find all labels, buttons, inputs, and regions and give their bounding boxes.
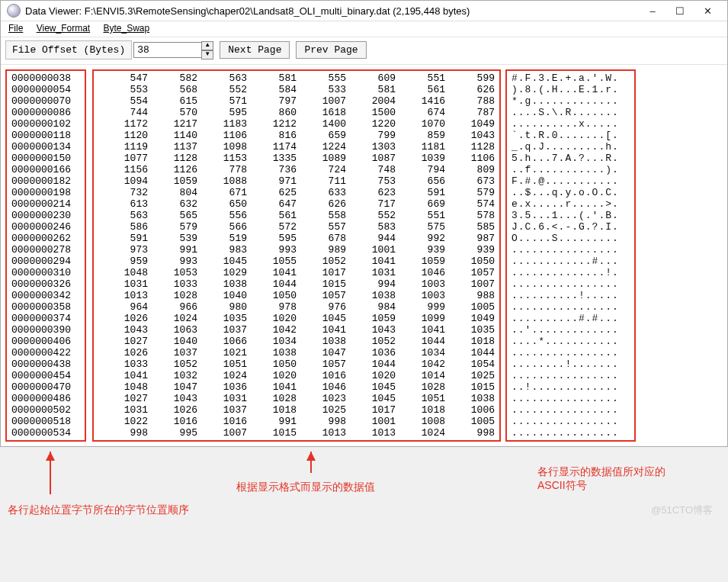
- ascii-row: e.x.....r.....>.: [512, 198, 630, 210]
- value-row: 10271043103110281023104510511038: [98, 393, 495, 404]
- value-row: 1013102810401050105710381003988: [98, 290, 495, 301]
- spin-down[interactable]: ▼: [201, 50, 213, 59]
- value-row: 102210161016991998100110081005: [98, 416, 495, 427]
- ascii-row: ..........x.....: [512, 118, 630, 130]
- svg-marker-1: [46, 452, 55, 461]
- offset-cell: 0000000358: [11, 301, 80, 313]
- value-row: 563565556561558552551578: [98, 210, 495, 221]
- menu-byte-swap[interactable]: Byte_Swap: [104, 23, 150, 34]
- arrow-left-icon: [44, 452, 59, 500]
- arrow-middle-icon: [305, 452, 320, 477]
- ascii-row: ..........!.....: [512, 290, 630, 301]
- offset-cell: 0000000470: [11, 381, 80, 393]
- menu-view-format[interactable]: View_Format: [37, 23, 90, 34]
- offset-cell: 0000000390: [11, 324, 80, 336]
- offset-cell: 0000000054: [11, 84, 80, 95]
- value-row: 10311026103710181025101710181006: [98, 404, 495, 416]
- ascii-row: ................: [512, 244, 630, 256]
- value-row: 11191137109811741224130311811128: [98, 141, 495, 153]
- offset-cell: 0000000454: [11, 370, 80, 381]
- menu-file[interactable]: File: [8, 23, 23, 34]
- ascii-row: 5.h...7.A.?...R.: [512, 153, 630, 164]
- value-row: 10261037102110381047103610341044: [98, 347, 495, 359]
- titlebar: Data Viewer: F:\ENVI5.3\RemoteSensing\ch…: [1, 1, 727, 21]
- svg-marker-3: [306, 452, 316, 461]
- value-row: 109410591088971711753656673: [98, 175, 495, 187]
- offset-cell: 0000000070: [11, 95, 80, 107]
- offset-cell: 0000000486: [11, 393, 80, 404]
- value-row: 591539519595678944992987: [98, 233, 495, 244]
- value-row: 959993104510551052104110591050: [98, 256, 495, 267]
- annotation-values-label: 根据显示格式而显示的数据值: [236, 481, 375, 494]
- ascii-row: ................: [512, 278, 630, 290]
- ascii-row: ..!.............: [512, 381, 630, 393]
- file-offset-label: File Offset (Bytes): [5, 40, 132, 59]
- maximize-button[interactable]: ☐: [666, 5, 694, 17]
- ascii-row: ..........#.#...: [512, 313, 630, 324]
- offset-cell: 0000000534: [11, 427, 80, 439]
- value-row: 10411032102410201016102010141025: [98, 370, 495, 381]
- value-row: 74457059586016181500674787: [98, 107, 495, 118]
- ascii-row: #.F.3.E.+.a.'.W.: [512, 72, 630, 84]
- offset-cell: 0000000102: [11, 118, 80, 130]
- value-row: 11561126778736724748794809: [98, 164, 495, 175]
- file-offset-input[interactable]: [133, 42, 202, 58]
- app-icon: [7, 4, 21, 18]
- spin-up[interactable]: ▲: [201, 41, 213, 50]
- menubar: File View_Format Byte_Swap: [1, 21, 727, 37]
- close-button[interactable]: ✕: [694, 5, 721, 17]
- offset-cell: 0000000326: [11, 278, 80, 290]
- value-row: 10261024103510201045105910991049: [98, 313, 495, 324]
- ascii-row: ..$...q.y.o.O.C.: [512, 187, 630, 198]
- offset-cell: 0000000134: [11, 141, 80, 153]
- value-row: 10431063103710421041104310411035: [98, 324, 495, 336]
- annotation-overlay: 各行起始位置字节所在的字节位置顺序 根据显示格式而显示的数据值 各行显示的数据值…: [0, 452, 728, 528]
- ascii-row: ............#...: [512, 256, 630, 267]
- vertical-scrollbar[interactable]: [710, 69, 723, 442]
- window-controls: – ☐ ✕: [639, 5, 721, 17]
- value-row: 1031103310381044101599410031007: [98, 278, 495, 290]
- ascii-row: ................: [512, 370, 630, 381]
- ascii-row: ................: [512, 347, 630, 359]
- offset-cell: 0000000262: [11, 233, 80, 244]
- minimize-button[interactable]: –: [639, 5, 666, 17]
- value-row: 613632650647626717669574: [98, 198, 495, 210]
- offset-cell: 0000000118: [11, 130, 80, 141]
- prev-page-button[interactable]: Prev Page: [296, 41, 366, 59]
- value-row: 732804671625633623591579: [98, 187, 495, 198]
- annotation-ascii-label: 各行显示的数据值所对应的ASCII符号: [537, 465, 690, 493]
- value-row: 10271040106610341038105210441018: [98, 336, 495, 347]
- ascii-row: ....S.\.R.......: [512, 107, 630, 118]
- offset-cell: 0000000150: [11, 153, 80, 164]
- offset-cell: 0000000182: [11, 175, 80, 187]
- ascii-column: #.F.3.E.+.a.'.W.).8.(.H...E.1.r.*.g.....…: [505, 69, 636, 442]
- offset-cell: 0000000246: [11, 221, 80, 233]
- offset-cell: 0000000086: [11, 107, 80, 118]
- value-row: 10481047103610411046104510281015: [98, 381, 495, 393]
- ascii-row: 3.5...1...(.'.B.: [512, 210, 630, 221]
- offset-cell: 0000000422: [11, 347, 80, 359]
- offset-cell: 0000000198: [11, 187, 80, 198]
- annotation-offset-label: 各行起始位置字节所在的字节位置顺序: [8, 503, 189, 517]
- ascii-row: ................: [512, 427, 630, 439]
- offset-column: 0000000038000000005400000000700000000086…: [5, 69, 86, 442]
- offset-cell: 0000000230: [11, 210, 80, 221]
- offset-spinner: ▲ ▼: [201, 41, 213, 59]
- ascii-row: O.....S.........: [512, 233, 630, 244]
- window-title: Data Viewer: F:\ENVI5.3\RemoteSensing\ch…: [25, 5, 639, 17]
- value-row: 554615571797100720041416788: [98, 95, 495, 107]
- ascii-row: ).8.(.H...E.1.r.: [512, 84, 630, 95]
- offset-cell: 0000000502: [11, 404, 80, 416]
- value-row: 1120114011068166597998591043: [98, 130, 495, 141]
- ascii-row: ................: [512, 416, 630, 427]
- value-row: 586579566572557583575585: [98, 221, 495, 233]
- offset-cell: 0000000342: [11, 290, 80, 301]
- ascii-row: F.#.@...........: [512, 175, 630, 187]
- value-row: 10331052105110501057104410421054: [98, 359, 495, 370]
- offset-cell: 0000000374: [11, 313, 80, 324]
- ascii-row: _.q.J.........h.: [512, 141, 630, 153]
- ascii-row: `.t.R.0.......[.: [512, 130, 630, 141]
- toolbar: File Offset (Bytes) ▲ ▼ Next Page Prev P…: [1, 37, 727, 65]
- next-page-button[interactable]: Next Page: [220, 41, 290, 59]
- value-row: 553568552584533581561626: [98, 84, 495, 95]
